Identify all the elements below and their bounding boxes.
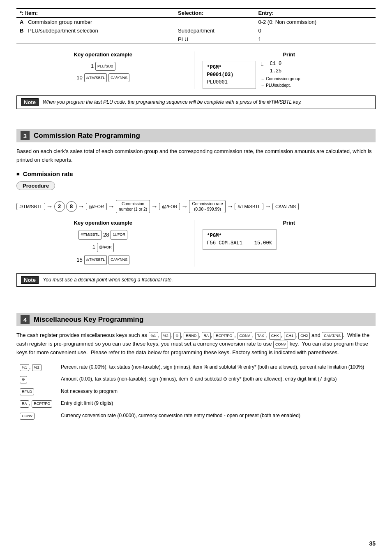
flow-arrow-7: →: [265, 203, 271, 210]
misc-table: %1, %2 Percent rate (0.00%), tax status …: [16, 361, 376, 422]
flow-arrow-3: →: [108, 203, 115, 210]
annot-plu-subdept: ← PLU/subdept.: [261, 82, 300, 89]
row-b-selection: Subdepartment: [175, 26, 255, 35]
flow-arrow-5: →: [181, 203, 188, 210]
col-item: *: Item:: [16, 9, 175, 17]
s3-print-line-2: F56 COM.SAL1 15.00%: [207, 239, 272, 247]
print-line-plu: PLU0001: [207, 79, 251, 86]
flow-arrow-1: →: [46, 203, 53, 210]
key-plu-sub: PLU/SUB: [95, 62, 115, 71]
misc-key-ominus-cell: ⊖: [16, 373, 58, 385]
keyop-line-1: 1 PLU/SUB: [16, 61, 190, 72]
top-key-op-right: Print *PGM* P0001(O3) PLU0001 C1 0 1.25 …: [194, 51, 376, 89]
print-annot-val1: C1 0: [270, 61, 282, 67]
section3-title: Commission Rate Programming: [34, 132, 140, 140]
flow-key-ca-at-ns: CA/AT/NS: [272, 203, 299, 210]
misc-row-rfnd: RFND Not necessary to program: [16, 385, 376, 398]
key-chk: CHK: [269, 332, 281, 339]
section3-header: 3 Commission Rate Programming: [16, 129, 376, 142]
flow-circle-2: 2: [54, 201, 65, 212]
s3-key-htm-sbtl-2: #/TM/SBTL: [84, 255, 107, 265]
key-tax: TAX: [255, 332, 266, 339]
row-b2-selection: PLU: [175, 35, 255, 44]
col-entry: Entry:: [255, 9, 376, 17]
s3-key-for-2: @/FOR: [97, 243, 114, 253]
top-print-area: *PGM* P0001(O3) PLU0001 C1 0 1.25 ← Comm…: [203, 61, 376, 89]
s3-num-28: 28: [103, 229, 109, 241]
print-annotations-col: ← Commission group ← PLU/subdept.: [261, 76, 300, 89]
misc-key-conv-span: CONV: [20, 413, 35, 420]
key-conv: CONV: [238, 332, 252, 339]
misc-row-conv: CONV Currency conversion rate (0.0000), …: [16, 410, 376, 422]
print-line-pgm: *PGM*: [207, 64, 251, 71]
section4-title: Miscellaneous Key Programming: [34, 316, 143, 324]
section4-body: The cash register provides miscellaneous…: [16, 331, 376, 357]
key-pct1: %1: [149, 332, 158, 339]
note-text-2: You must use a decimal point when settin…: [43, 276, 173, 283]
note-label-1: Note: [21, 98, 39, 106]
section3-body: Based on each clerk's sales total of eac…: [16, 147, 376, 165]
section3-print-output: *PGM* F56 COM.SAL1 15.00%: [203, 229, 277, 250]
misc-key-ra-span: RA: [20, 400, 29, 408]
section4-header: 4 Miscellaneous Key Programming: [16, 313, 376, 326]
keyop-num-10: 10: [76, 72, 82, 83]
commission-rate-title: Commission rate: [23, 170, 73, 177]
top-print-output: *PGM* P0001(O3) PLU0001: [203, 61, 256, 89]
key-ca-at-ns-s4: CA/AT/NS: [322, 332, 343, 339]
row-a-item: A Commission group number: [16, 17, 175, 26]
key-rcptpo: RCPT/PO: [214, 332, 234, 339]
top-key-op-section: Key operation example 1 PLU/SUB 10 #/TM/…: [16, 51, 376, 89]
key-htm-sbtl-1: #/TM/SBTL: [84, 73, 107, 82]
section3-number: 3: [21, 131, 30, 140]
annot-commission-group: ← Commission group: [261, 76, 300, 82]
bracket-icon: [261, 62, 267, 66]
misc-key-pct1: %1: [20, 364, 29, 372]
print-right-line2: 1.25: [270, 68, 300, 74]
flow-commission-number: Commissionnumber (1 or 2): [116, 200, 150, 213]
keyop-line-2: 10 #/TM/SBTL CA/AT/NS: [16, 72, 190, 83]
misc-key-ominus-span: ⊖: [20, 376, 27, 383]
s3-keyop-line-1: #/TM/SBTL 28 @/FOR: [16, 229, 190, 241]
top-key-op-left: Key operation example 1 PLU/SUB 10 #/TM/…: [16, 51, 194, 89]
misc-key-pct2: %2: [32, 364, 42, 372]
item-table: *: Item: Selection: Entry: A Commission …: [16, 8, 376, 44]
row-b-entry: 0: [255, 26, 376, 35]
procedure-badge: Procedure: [16, 181, 55, 190]
s3-num-1: 1: [92, 242, 95, 253]
row-a-selection: [175, 17, 255, 26]
col-selection: Selection:: [175, 9, 255, 17]
note-box-2: Note You must use a decimal point when s…: [16, 273, 376, 287]
section4-number: 4: [21, 315, 30, 324]
misc-desc-rfnd: Not necessary to program: [58, 385, 376, 398]
flow-key-htm-sbtl-2: #/TM/SBTL: [235, 203, 263, 210]
flow-commission-rate: Commission rate(0.00 - 999.99): [189, 200, 226, 213]
flow-arrow-2: →: [78, 203, 85, 210]
key-ominus: ⊖: [173, 332, 181, 339]
s3-key-for-1: @/FOR: [111, 230, 127, 240]
misc-key-ra-cell: RA, RCPT/PO: [16, 397, 58, 410]
print-right-line1: C1 0: [261, 61, 300, 67]
misc-key-rfnd-span: RFND: [20, 388, 34, 396]
row-b2-item: [16, 35, 175, 44]
top-keyop-heading: Key operation example: [16, 51, 190, 58]
flow-key-for-1: @/FOR: [86, 203, 107, 210]
top-print-heading: Print: [203, 51, 376, 58]
page-number: 35: [369, 540, 376, 547]
misc-key-conv-cell: CONV: [16, 410, 58, 422]
key-ch1: CH1: [284, 332, 295, 339]
row-a-entry: 0-2 (0: Non commission): [255, 17, 376, 26]
misc-row-ra: RA, RCPT/PO Entry digit limit (9 digits): [16, 397, 376, 410]
flow-key-htm-sbtl: #/TM/SBTL: [16, 203, 45, 210]
s3-key-htm-sbtl: #/TM/SBTL: [78, 230, 101, 240]
misc-desc-ra: Entry digit limit (9 digits): [58, 397, 376, 410]
note-label-2: Note: [21, 276, 39, 284]
flow-diagram: #/TM/SBTL → 2 8 → @/FOR → Commissionnumb…: [16, 200, 376, 213]
key-ch2: CH2: [298, 332, 310, 339]
section3-keyop-left: Key operation example #/TM/SBTL 28 @/FOR…: [16, 220, 194, 267]
s3-num-15: 15: [76, 254, 82, 266]
misc-desc-pct: Percent rate (0.00%), tax status (non-ta…: [58, 361, 376, 374]
print-right-col: C1 0 1.25 ← Commission group ← PLU/subde…: [261, 61, 300, 89]
section3-keyop: Key operation example #/TM/SBTL 28 @/FOR…: [16, 220, 376, 267]
s3-print-line-1: *PGM*: [207, 232, 272, 239]
misc-desc-ominus: Amount (0.00), tax status (non-taxable),…: [58, 373, 376, 385]
